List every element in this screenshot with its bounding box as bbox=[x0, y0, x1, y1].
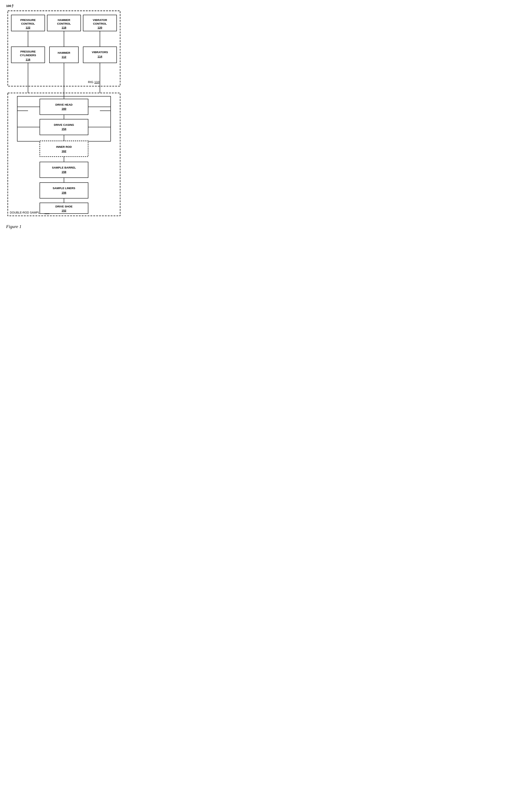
svg-text:112: 112 bbox=[62, 55, 66, 58]
svg-text:118: 118 bbox=[62, 26, 66, 29]
pressure-control-t1: PRESSURE bbox=[20, 19, 36, 22]
rig-label-final: RIG 110 bbox=[88, 80, 100, 84]
svg-rect-158 bbox=[40, 99, 88, 115]
svg-text:158: 158 bbox=[62, 170, 66, 174]
pressure-control-t2: CONTROL bbox=[21, 22, 35, 25]
svg-rect-177 bbox=[40, 162, 88, 178]
svg-text:INNER ROD: INNER ROD bbox=[56, 145, 72, 148]
svg-text:HAMMER: HAMMER bbox=[58, 19, 70, 22]
pressure-control-ref: 122 bbox=[26, 26, 30, 29]
svg-text:CYLINDERS: CYLINDERS bbox=[20, 54, 36, 57]
diagram-root: 100 ⤴ RIG 110 PRESSURE CONTROL 122 PRESS… bbox=[6, 4, 122, 229]
svg-text:162: 162 bbox=[62, 150, 66, 153]
svg-text:120: 120 bbox=[97, 26, 102, 29]
svg-rect-181 bbox=[40, 183, 88, 198]
svg-text:PRESSURE: PRESSURE bbox=[20, 50, 36, 53]
svg-text:SAMPLE LINERS: SAMPLE LINERS bbox=[53, 187, 75, 190]
ref-label: 100 bbox=[6, 4, 11, 7]
svg-text:156: 156 bbox=[62, 191, 66, 194]
svg-text:DRIVE CASING: DRIVE CASING bbox=[54, 123, 74, 126]
svg-text:152: 152 bbox=[62, 209, 66, 212]
svg-text:114: 114 bbox=[97, 55, 102, 58]
svg-text:DRIVE HEAD: DRIVE HEAD bbox=[55, 103, 73, 106]
svg-text:CONTROL: CONTROL bbox=[57, 22, 71, 25]
svg-rect-149 bbox=[83, 47, 116, 63]
svg-text:160: 160 bbox=[62, 107, 66, 110]
svg-rect-141 bbox=[50, 47, 78, 63]
svg-text:VIBRATOR: VIBRATOR bbox=[93, 19, 107, 22]
svg-text:154: 154 bbox=[62, 127, 66, 130]
svg-rect-163 bbox=[40, 119, 88, 135]
ref-number: 100 ⤴ bbox=[6, 4, 122, 8]
svg-rect-173 bbox=[40, 141, 88, 156]
svg-text:DRIVE SHOE: DRIVE SHOE bbox=[55, 205, 73, 208]
final-diagram: RIG 110 PRESSURE CONTROL 122 PRESSURE CY… bbox=[6, 9, 122, 220]
arrow-icon: ⤴ bbox=[11, 4, 13, 8]
figure-label: Figure 1 bbox=[6, 224, 122, 229]
svg-text:116: 116 bbox=[26, 58, 30, 61]
svg-text:VIBRATORS: VIBRATORS bbox=[92, 51, 108, 54]
svg-text:CONTROL: CONTROL bbox=[93, 22, 107, 25]
svg-text:HAMMER: HAMMER bbox=[58, 51, 70, 54]
svg-text:SAMPLE BARREL: SAMPLE BARREL bbox=[52, 166, 76, 169]
